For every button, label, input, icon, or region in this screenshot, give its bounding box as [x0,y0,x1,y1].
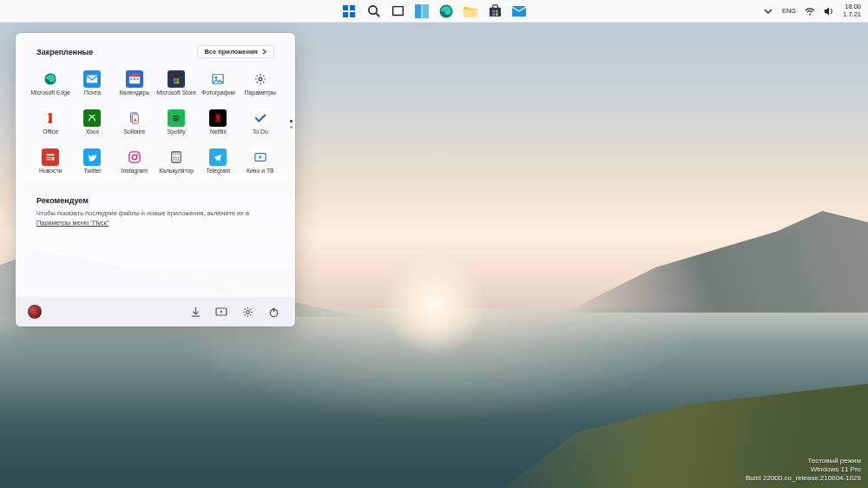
app-tile-store[interactable]: Microsoft Store [155,67,197,106]
app-tile-netflix[interactable]: Netflix [197,106,239,145]
system-tray: ENG 18:00 1.7.21 [763,3,861,18]
cast-icon[interactable] [212,302,231,321]
svg-rect-41 [216,114,218,123]
svg-line-5 [376,13,379,16]
search-icon[interactable] [365,3,381,19]
explorer-icon[interactable] [463,3,478,19]
svg-point-51 [136,154,138,155]
svg-rect-23 [129,75,140,77]
svg-rect-31 [177,82,180,84]
taskbar-center [341,3,527,19]
recommended-label: Рекомендуем [16,184,295,208]
svg-point-59 [178,159,180,161]
telegram-icon [209,148,227,166]
svg-point-54 [174,157,175,159]
tray-clock[interactable]: 18:00 1.7.21 [843,3,861,18]
start-menu-footer [16,297,295,326]
app-tile-video[interactable]: Кино и ТВ [240,145,281,184]
app-tile-xbox[interactable]: Xbox [71,106,113,145]
pinned-header: Закрепленные Все приложения [16,33,295,63]
taskview-icon[interactable] [390,3,405,19]
recommended-settings-link[interactable]: Параметры меню "Пуск" [36,219,108,227]
app-tile-office[interactable]: Office [30,106,71,145]
svg-rect-24 [130,78,132,80]
svg-rect-9 [423,4,430,18]
power-icon[interactable] [264,302,283,321]
app-tile-edge[interactable]: Microsoft Edge [30,67,71,106]
store-icon [168,70,185,88]
wallpaper-mountain-right [564,200,868,313]
svg-point-50 [132,155,137,160]
svg-point-19 [809,13,811,15]
app-tile-mail[interactable]: Почта [71,67,113,106]
wifi-icon[interactable] [805,6,815,16]
wallpaper-sun [382,252,486,356]
watermark-line3: Build 22000.co_release.210604-1628 [746,474,861,483]
svg-rect-30 [174,82,176,84]
app-tile-todo[interactable]: To Do [240,106,281,145]
app-tile-settings[interactable]: Параметры [240,67,281,106]
pinned-label: Закрепленные [36,48,93,56]
start-icon[interactable] [341,3,357,19]
app-tile-telegram[interactable]: Telegram [197,145,239,184]
settings-icon[interactable] [238,302,257,321]
all-apps-button[interactable]: Все приложения [197,45,274,58]
office-icon [42,109,59,127]
widgets-icon[interactable] [414,3,430,19]
svg-rect-7 [393,7,402,14]
calculator-icon [168,148,185,166]
edge-icon[interactable] [438,3,454,19]
photos-icon [209,70,227,88]
pinned-grid: Microsoft EdgeПочтаКалендарьMicrosoft St… [16,63,295,184]
app-label: Xbox [86,129,100,135]
app-tile-calendar[interactable]: Календарь [114,67,155,106]
svg-rect-27 [171,76,181,85]
svg-rect-47 [52,157,55,161]
todo-icon [252,109,269,127]
svg-rect-1 [350,5,355,10]
store-icon[interactable] [487,3,503,19]
svg-rect-13 [492,5,497,9]
calendar-icon [126,70,143,88]
svg-rect-45 [47,157,51,158]
user-avatar[interactable] [28,305,42,319]
app-tile-photos[interactable]: Фотографии [197,67,239,106]
app-tile-instagram[interactable]: Instagram [114,145,155,184]
app-tile-solitaire[interactable]: ♠Solitaire [114,106,155,145]
svg-rect-15 [495,10,497,13]
app-label: Netflix [210,129,227,135]
tray-language[interactable]: ENG [782,7,796,15]
app-tile-twitter[interactable]: Twitter [71,145,113,184]
downloads-icon[interactable] [186,302,205,321]
app-label: Solitaire [124,129,146,135]
twitter-icon [83,148,101,166]
svg-point-34 [259,77,262,81]
app-tile-calculator[interactable]: Калькулятор [155,145,197,184]
watermark-line1: Тестовый режим [746,457,861,465]
svg-point-55 [175,157,177,159]
app-label: Twitter [83,168,101,175]
app-tile-spotify[interactable]: Spotify [155,106,197,145]
svg-point-33 [215,76,218,79]
svg-rect-11 [464,10,477,17]
mail-icon[interactable] [511,3,527,19]
app-label: Microsoft Store [156,90,196,96]
svg-point-56 [178,157,180,159]
instagram-icon [126,148,143,166]
chevron-right-icon [261,49,267,55]
svg-point-57 [174,159,175,161]
app-label: Калькулятор [159,168,194,175]
app-label: Новости [39,168,62,175]
watermark-line2: Windows 11 Pro [746,465,861,474]
pager-dots[interactable] [290,120,293,129]
sound-icon[interactable] [824,6,834,16]
recommended-text: Чтобы показать последние файлы и новые п… [16,208,295,228]
svg-rect-14 [492,10,495,13]
tray-chevron-icon[interactable] [763,6,773,16]
svg-point-64 [246,310,249,313]
app-tile-news[interactable]: Новости [30,145,71,184]
netflix-icon [209,109,227,127]
app-label: Кино и ТВ [247,168,274,175]
spotify-icon [168,109,185,127]
svg-rect-17 [495,13,497,16]
